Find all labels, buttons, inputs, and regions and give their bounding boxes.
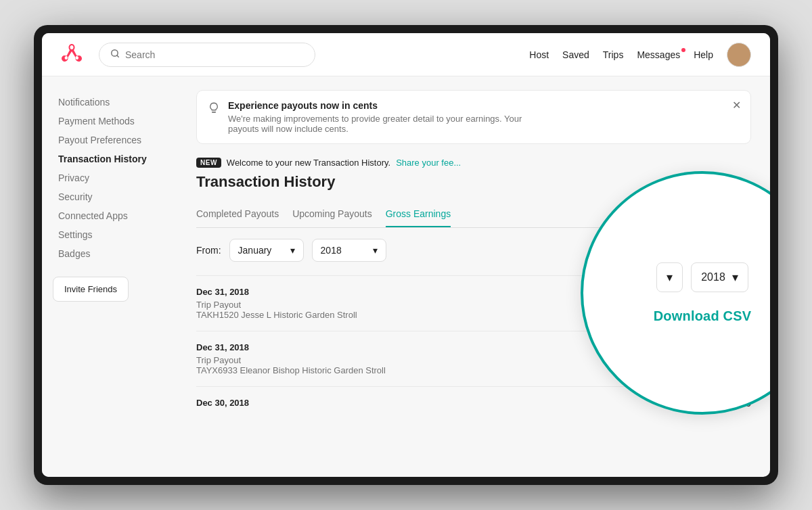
sidebar-item-transaction-history[interactable]: Transaction History [42, 149, 177, 168]
month-chevron-icon: ▾ [290, 245, 295, 256]
invite-friends-button[interactable]: Invite Friends [53, 277, 129, 302]
notice-body: We're making improvements to provide gre… [228, 114, 526, 134]
notice-title: Experience payouts now in cents [228, 100, 526, 111]
messages-dot [681, 48, 685, 52]
avatar[interactable] [727, 43, 751, 67]
nav-right: Host Saved Trips Messages Help [529, 43, 751, 67]
main-content: Experience payouts now in cents We're ma… [177, 76, 770, 477]
transaction-type: Trip Payout [196, 355, 386, 365]
messages-link[interactable]: Messages [637, 49, 680, 60]
transaction-description: TAKH1520 Jesse L Historic Garden Stroll [196, 310, 357, 320]
search-icon [110, 49, 120, 61]
sidebar-item-connected-apps[interactable]: Connected Apps [42, 206, 177, 225]
host-link[interactable]: Host [529, 49, 549, 60]
notice-banner: Experience payouts now in cents We're ma… [196, 90, 751, 144]
transaction-date: Dec 30, 2018 [196, 398, 249, 408]
notice-close-button[interactable]: ✕ [732, 99, 741, 112]
tab-upcoming-payouts[interactable]: Upcoming Payouts [292, 202, 372, 227]
circle-month-chevron-icon: ▾ [667, 270, 673, 285]
sidebar-item-notifications[interactable]: Notifications [42, 93, 177, 112]
sidebar-item-settings[interactable]: Settings [42, 225, 177, 244]
sidebar-item-payment-methods[interactable]: Payment Methods [42, 112, 177, 131]
transaction-description: TAYX6933 Eleanor Bishop Historic Garden … [196, 365, 386, 375]
circle-selects: ▾ 2018 ▾ [656, 262, 748, 292]
device-frame: Host Saved Trips Messages Help Notificat… [34, 25, 778, 485]
circle-year-select[interactable]: 2018 ▾ [691, 262, 748, 292]
month-select[interactable]: January ▾ [229, 239, 304, 262]
content: Notifications Payment Methods Payout Pre… [42, 76, 770, 477]
circle-year-chevron-icon: ▾ [732, 270, 738, 285]
saved-link[interactable]: Saved [562, 49, 589, 60]
from-label: From: [196, 245, 221, 256]
transaction-date: Dec 31, 2018 [196, 287, 357, 297]
help-link[interactable]: Help [694, 49, 713, 60]
new-badge: NEW [196, 158, 221, 168]
download-csv-button[interactable]: Download CSV [654, 308, 752, 324]
airbnb-logo[interactable] [61, 43, 83, 67]
year-from-chevron-icon: ▾ [373, 245, 378, 256]
sidebar-item-payout-preferences[interactable]: Payout Preferences [42, 131, 177, 149]
navbar: Host Saved Trips Messages Help [42, 33, 770, 76]
tab-gross-earnings[interactable]: Gross Earnings [386, 202, 451, 227]
screen: Host Saved Trips Messages Help Notificat… [42, 33, 770, 477]
search-input[interactable] [125, 49, 304, 60]
circle-month-select[interactable]: ▾ [656, 262, 683, 292]
transaction-date: Dec 31, 2018 [196, 342, 386, 352]
sidebar-item-privacy[interactable]: Privacy [42, 168, 177, 187]
trips-link[interactable]: Trips [603, 49, 624, 60]
sidebar-item-badges[interactable]: Badges [42, 244, 177, 263]
svg-line-1 [117, 55, 119, 57]
share-link[interactable]: Share your fee... [396, 158, 461, 168]
notice-content: Experience payouts now in cents We're ma… [228, 100, 526, 134]
welcome-text: Welcome to your new Transaction History. [227, 158, 390, 168]
welcome-row: NEW Welcome to your new Transaction Hist… [196, 158, 751, 168]
tab-completed-payouts[interactable]: Completed Payouts [196, 202, 279, 227]
sidebar: Notifications Payment Methods Payout Pre… [42, 76, 177, 477]
search-bar[interactable] [99, 43, 315, 67]
sidebar-item-security[interactable]: Security [42, 187, 177, 206]
transaction-type: Trip Payout [196, 300, 357, 310]
year-from-select[interactable]: 2018 ▾ [312, 239, 386, 262]
lightbulb-icon [208, 101, 220, 116]
